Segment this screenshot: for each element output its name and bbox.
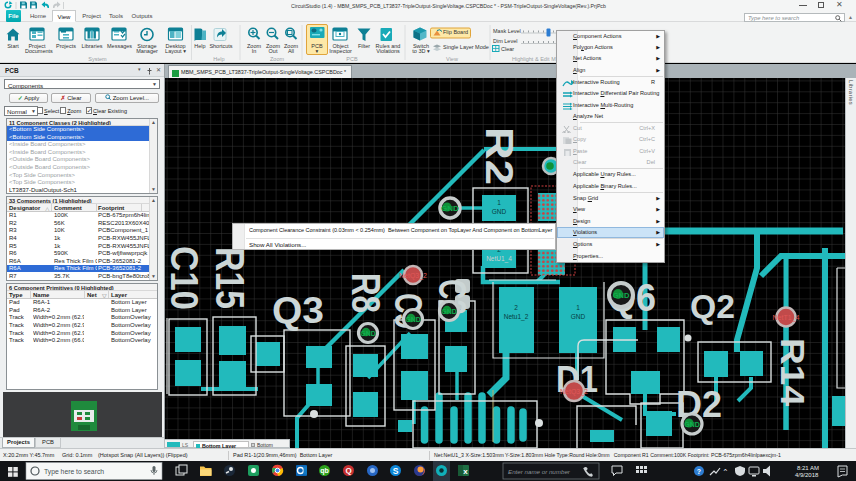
svg-text:Q: Q [345, 466, 351, 475]
svg-text:8:21 AM: 8:21 AM [797, 465, 819, 471]
svg-text:GND: GND [441, 204, 459, 213]
svg-text:Q3: Q3 [272, 290, 324, 331]
svg-text:R15: R15 [208, 247, 252, 309]
svg-text:Netu1_2: Netu1_2 [504, 313, 529, 321]
svg-text:NetT1_4: NetT1_4 [773, 314, 800, 322]
svg-text:Enter name or number: Enter name or number [508, 468, 571, 475]
svg-text:qb: qb [320, 467, 329, 475]
svg-text:C10: C10 [165, 246, 206, 310]
svg-text:GND: GND [492, 208, 507, 215]
svg-text:NetQ3_2: NetQ3_2 [560, 388, 588, 396]
svg-text:GND: GND [684, 421, 700, 428]
svg-text:GND: GND [571, 313, 586, 320]
svg-text:GND: GND [613, 291, 630, 300]
svg-text:NetQ3_2: NetQ3_2 [399, 272, 427, 280]
svg-text:⌃: ⌃ [722, 468, 729, 477]
svg-text:?: ? [697, 468, 701, 475]
svg-text:GND: GND [441, 308, 457, 315]
svg-text:GND: GND [360, 330, 376, 337]
svg-text:R2: R2 [478, 127, 521, 185]
svg-text:Type here to search: Type here to search [44, 468, 104, 476]
svg-text:S: S [393, 466, 399, 476]
svg-text:Q2: Q2 [690, 287, 735, 325]
svg-text:4/9/2018: 4/9/2018 [795, 472, 819, 478]
svg-text:R8: R8 [344, 273, 388, 313]
svg-text:GND: GND [405, 316, 421, 323]
svg-text:R14: R14 [774, 338, 811, 407]
svg-text:1: 1 [576, 304, 580, 311]
svg-text:1: 1 [497, 199, 501, 206]
svg-text:NetU1_4: NetU1_4 [486, 255, 512, 263]
svg-text:2: 2 [514, 304, 518, 311]
svg-text:x: x [463, 467, 468, 476]
